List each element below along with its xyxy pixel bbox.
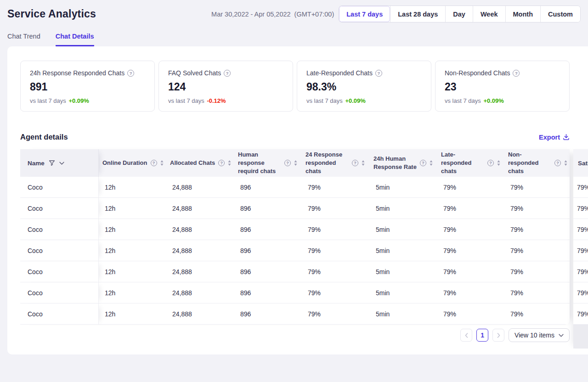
column-header-label: Human response requird chats	[238, 151, 281, 175]
range-button[interactable]: Custom	[540, 6, 580, 22]
cell-agent-name: Coco	[20, 240, 99, 261]
cell-non-responded-chats: 79%	[504, 261, 570, 282]
compare-label: vs last 7 days	[168, 97, 204, 104]
stat-card-title-row: Non-Responded Chats ?	[445, 69, 560, 77]
help-icon[interactable]: ?	[513, 70, 520, 77]
sort-icon[interactable]	[294, 160, 297, 166]
stat-card-title: Late-Responded Chats	[306, 69, 373, 77]
page-number-button[interactable]: 1	[476, 329, 488, 342]
sort-icon[interactable]	[430, 160, 433, 166]
table-row: Coco 12h 24,888 896 79% 5min 79% 79%	[20, 177, 570, 198]
help-icon[interactable]: ?	[127, 70, 134, 77]
cell-satisfaction: 79%	[573, 177, 588, 198]
cell-24-response-responded-chats: 79%	[302, 303, 370, 325]
cell-24h-human-response-rate: 5min	[370, 240, 437, 261]
range-button[interactable]: Last 7 days	[339, 6, 390, 22]
column-header: Human response requird chats ?	[234, 149, 302, 177]
cell-allocated-chats: 24,888	[166, 303, 234, 325]
column-header-icons: ?	[487, 160, 500, 166]
cell-24-response-responded-chats: 79%	[302, 198, 370, 219]
stat-card-title-row: Late-Responded Chats ?	[306, 69, 422, 77]
main-panel: 24h Response Responded Chats ? 891 vs la…	[7, 46, 588, 354]
tab[interactable]: Chat Details	[56, 33, 94, 46]
sort-icon[interactable]	[362, 160, 365, 166]
compare-label: vs last 7 days	[30, 97, 66, 104]
agent-table: Name Online Duration	[20, 149, 570, 325]
page-size-select[interactable]: View 10 items	[509, 328, 570, 342]
cell-satisfaction: 79%	[573, 303, 588, 325]
stat-card-comparison: vs last 7 days +0.09%	[445, 97, 560, 104]
cell-24h-human-response-rate: 5min	[370, 219, 437, 240]
range-button[interactable]: Month	[505, 6, 540, 22]
stat-card-value: 124	[168, 81, 283, 93]
column-header-name: Name	[20, 149, 99, 177]
delta-value: +0.09%	[483, 97, 503, 104]
cell-online-duration: 12h	[99, 177, 166, 198]
column-header-icons: ?	[218, 160, 231, 166]
stat-card-title-row: 24h Response Responded Chats ?	[30, 69, 145, 77]
date-range: Mar 30,2022 - Apr 05,2022 (GMT+07:00)	[211, 11, 334, 18]
page-title: Service Analytics	[7, 8, 96, 20]
stat-card-value: 23	[445, 81, 560, 93]
stat-card-comparison: vs last 7 days +0.09%	[306, 97, 422, 104]
cell-24-response-responded-chats: 79%	[302, 177, 370, 198]
chevron-right-icon	[497, 333, 500, 338]
cell-24h-human-response-rate: 5min	[370, 282, 437, 303]
tabs-nav: Chat TrendChat Details	[0, 33, 588, 46]
sort-icon[interactable]	[564, 160, 567, 166]
help-icon[interactable]: ?	[375, 70, 382, 77]
sort-icon[interactable]	[228, 160, 231, 166]
stat-cards: 24h Response Responded Chats ? 891 vs la…	[20, 61, 570, 112]
cell-satisfaction: 79%	[573, 219, 588, 240]
cell-allocated-chats: 24,888	[166, 240, 234, 261]
delta-value: +0.09%	[345, 97, 365, 104]
cell-non-responded-chats: 79%	[504, 282, 570, 303]
chevron-down-icon[interactable]	[59, 162, 64, 165]
compare-label: vs last 7 days	[445, 97, 481, 104]
cell-allocated-chats: 24,888	[166, 282, 234, 303]
column-header: 24 Response responded chats ?	[302, 149, 370, 177]
sort-icon[interactable]	[497, 160, 500, 166]
service-analytics-page: Service Analytics Mar 30,2022 - Apr 05,2…	[0, 0, 588, 354]
cell-non-responded-chats: 79%	[504, 177, 570, 198]
range-button[interactable]: Week	[473, 6, 505, 22]
prev-page-button[interactable]	[460, 329, 472, 342]
range-button[interactable]: Last 28 days	[390, 6, 445, 22]
cell-satisfaction: 79%	[573, 240, 588, 261]
help-icon[interactable]: ?	[352, 160, 358, 166]
stat-card-comparison: vs last 7 days -0.12%	[168, 97, 283, 104]
cell-24-response-responded-chats: 79%	[302, 282, 370, 303]
help-icon[interactable]: ?	[487, 160, 494, 166]
column-header: 24h Human Response Rate ?	[370, 149, 437, 177]
column-header-label: 24 Response responded chats	[305, 151, 349, 175]
cell-human-response-requird-chats: 896	[234, 282, 302, 303]
cell-human-response-requird-chats: 896	[234, 303, 302, 325]
agent-details-header: Agent details Export	[20, 133, 570, 141]
column-header-satisfaction: Satis	[573, 149, 588, 177]
cell-agent-name: Coco	[20, 198, 99, 219]
filter-icon[interactable]	[49, 160, 55, 166]
sort-icon[interactable]	[160, 160, 164, 166]
help-icon[interactable]: ?	[420, 160, 426, 166]
tab[interactable]: Chat Trend	[7, 33, 40, 46]
page-size-label: View 10 items	[514, 331, 554, 339]
cell-allocated-chats: 24,888	[166, 219, 234, 240]
column-header-icons: ?	[554, 160, 567, 166]
help-icon[interactable]: ?	[554, 160, 561, 166]
cell-online-duration: 12h	[99, 198, 166, 219]
help-icon[interactable]: ?	[224, 70, 231, 77]
column-header-label: Non-responded chats	[508, 151, 551, 175]
cell-non-responded-chats: 79%	[504, 303, 570, 325]
cell-human-response-requird-chats: 896	[234, 240, 302, 261]
stat-card: FAQ Solved Chats ? 124 vs last 7 days -0…	[158, 61, 293, 112]
stat-card-title: 24h Response Responded Chats	[30, 69, 124, 77]
help-icon[interactable]: ?	[284, 160, 291, 166]
help-icon[interactable]: ?	[218, 160, 225, 166]
column-header-icons: ?	[151, 160, 164, 166]
help-icon[interactable]: ?	[151, 160, 157, 166]
cell-24-response-responded-chats: 79%	[302, 219, 370, 240]
export-button[interactable]: Export	[539, 134, 570, 141]
range-button[interactable]: Day	[445, 6, 473, 22]
column-header: Allocated Chats ?	[166, 149, 234, 177]
next-page-button[interactable]	[492, 329, 504, 342]
